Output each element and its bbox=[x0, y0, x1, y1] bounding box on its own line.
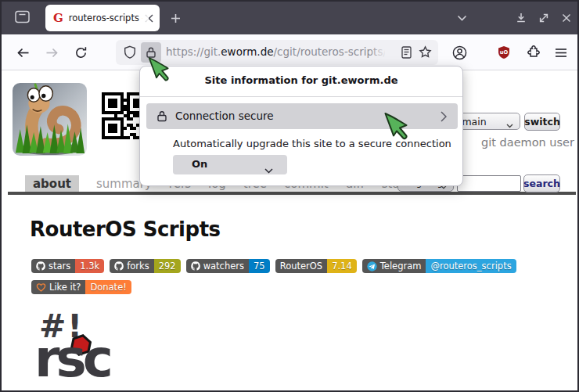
url-path: /cgit/routeros-scripts/ab bbox=[274, 45, 385, 58]
chevron-right-icon bbox=[441, 110, 447, 125]
back-arrow-icon bbox=[16, 47, 30, 59]
account-button[interactable] bbox=[449, 41, 469, 64]
badge-telegram[interactable]: Telegram@routeros_scripts bbox=[362, 259, 516, 273]
badge-value: 1.3k bbox=[75, 259, 104, 273]
svg-text:uO: uO bbox=[500, 49, 509, 56]
badge-label: stars bbox=[49, 261, 70, 272]
search-input[interactable] bbox=[457, 175, 521, 192]
badge-routeros[interactable]: RouterOS7.14 bbox=[275, 259, 357, 273]
browser-tab[interactable]: G routeros-scripts - RouterOS bbox=[45, 5, 160, 31]
forward-arrow-icon bbox=[45, 47, 59, 59]
tracking-protection-shield-icon[interactable] bbox=[124, 45, 136, 63]
https-upgrade-dropdown[interactable]: On bbox=[173, 155, 287, 174]
badge-value: 292 bbox=[154, 259, 181, 273]
popup-divider bbox=[140, 96, 462, 97]
url-fade bbox=[369, 41, 387, 63]
branch-select-value: main bbox=[462, 116, 486, 128]
close-window-button[interactable] bbox=[559, 10, 574, 26]
firefox-view-button[interactable] bbox=[14, 10, 30, 26]
switch-button-label: switch bbox=[524, 116, 560, 128]
reader-mode-icon bbox=[401, 46, 412, 59]
site-information-popup: Site information for git.eworm.de Connec… bbox=[139, 66, 463, 186]
eworm-logo[interactable] bbox=[12, 82, 88, 160]
close-icon bbox=[562, 13, 571, 23]
url-domain: eworm.de bbox=[221, 45, 273, 58]
browser-window: G routeros-scripts - RouterOS bbox=[0, 0, 579, 392]
maximize-button[interactable] bbox=[536, 10, 552, 26]
badge-value: 7.14 bbox=[327, 259, 357, 273]
badge-label: Telegram bbox=[380, 261, 422, 272]
chevron-down-icon bbox=[264, 162, 273, 177]
https-upgrade-value: On bbox=[192, 158, 207, 170]
mouse-cursor bbox=[147, 57, 172, 87]
titlebar: G routeros-scripts - RouterOS bbox=[2, 2, 577, 34]
badges-row-1: stars1.3kforks292watchers75RouterOS7.14T… bbox=[31, 259, 516, 273]
minimize-button[interactable] bbox=[513, 10, 529, 26]
tabs-underline bbox=[8, 192, 576, 195]
badge-label: RouterOS bbox=[280, 261, 322, 272]
badge-value: @routeros_scripts bbox=[426, 259, 516, 273]
star-icon bbox=[419, 45, 432, 59]
chevron-down-icon bbox=[457, 15, 467, 22]
tab-title: routeros-scripts - RouterOS bbox=[69, 13, 142, 23]
cgit-favicon: G bbox=[53, 13, 63, 24]
bookmark-star-button[interactable] bbox=[419, 45, 432, 62]
github-icon bbox=[114, 261, 124, 271]
url-scheme: https:// bbox=[166, 45, 203, 58]
back-button[interactable] bbox=[11, 41, 34, 64]
github-icon bbox=[191, 261, 200, 271]
badge-value: 75 bbox=[249, 259, 270, 273]
url-subdomain: git. bbox=[203, 45, 221, 58]
connection-status-label: Connection secure bbox=[175, 110, 274, 122]
extensions-button[interactable] bbox=[523, 41, 544, 64]
search-button-label: search bbox=[523, 178, 560, 189]
firefox-view-icon bbox=[15, 10, 30, 27]
badge-value: Donate! bbox=[85, 280, 131, 294]
popup-title: Site information for git.eworm.de bbox=[140, 74, 462, 86]
page-title: RouterOS Scripts bbox=[30, 218, 221, 241]
badge-forks[interactable]: forks292 bbox=[110, 259, 180, 273]
badge-like-it-[interactable]: Like it?Donate! bbox=[31, 280, 131, 294]
tab-close-button[interactable] bbox=[142, 12, 155, 24]
hamburger-menu-icon bbox=[555, 48, 567, 58]
badge-label: forks bbox=[127, 261, 149, 272]
lock-icon bbox=[156, 110, 167, 126]
puzzle-piece-icon bbox=[527, 45, 541, 59]
rsc-shebang-logo: #! rsc bbox=[34, 313, 120, 385]
rsc-text: rsc bbox=[34, 333, 110, 385]
plus-icon bbox=[171, 13, 181, 23]
heart-icon bbox=[36, 282, 46, 292]
switch-button[interactable]: switch bbox=[524, 113, 560, 131]
account-icon bbox=[452, 45, 467, 60]
reload-button[interactable] bbox=[69, 41, 92, 64]
telegram-icon bbox=[367, 261, 377, 272]
badge-stars[interactable]: stars1.3k bbox=[31, 259, 104, 273]
menu-button[interactable] bbox=[551, 41, 571, 64]
reload-icon bbox=[74, 46, 88, 59]
resize-diagonal-icon bbox=[538, 13, 549, 23]
badge-watchers[interactable]: watchers75 bbox=[186, 259, 270, 273]
new-tab-button[interactable] bbox=[167, 10, 183, 26]
badge-label: Like it? bbox=[49, 282, 81, 293]
github-icon bbox=[36, 261, 45, 271]
ublock-icon: uO bbox=[497, 45, 511, 59]
badge-label: watchers bbox=[203, 261, 244, 272]
chevron-down-icon bbox=[506, 119, 513, 131]
reader-mode-button[interactable] bbox=[401, 46, 412, 62]
close-icon bbox=[145, 14, 153, 23]
list-all-tabs-button[interactable] bbox=[454, 10, 469, 26]
url-text: https://git.eworm.de/cgit/routeros-scrip… bbox=[166, 45, 385, 58]
search-button[interactable]: search bbox=[523, 174, 560, 192]
forward-button[interactable] bbox=[40, 41, 63, 64]
download-arrow-icon bbox=[516, 13, 527, 23]
badges-row-2: Like it?Donate! bbox=[31, 280, 131, 294]
mouse-cursor bbox=[383, 113, 412, 146]
ublock-origin-button[interactable]: uO bbox=[494, 41, 513, 64]
